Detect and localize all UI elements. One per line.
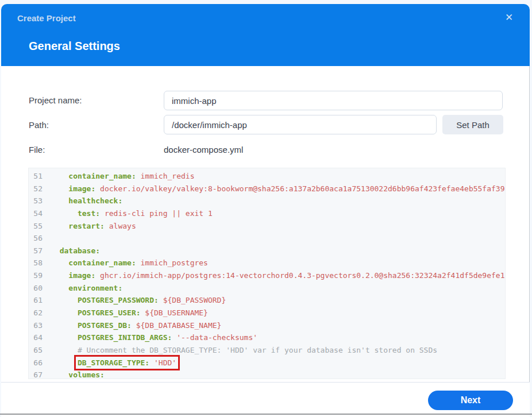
project-name-label: Project name: [29,95,82,105]
code-line: 52 image: docker.io/valkey/valkey:8-book… [29,183,505,195]
code-text: container_name: immich_postgres [51,257,208,269]
file-value: docker-compose.yml [164,145,243,155]
dialog-right-border [529,66,530,410]
code-text: healthcheck: [51,195,122,207]
code-text: container_name: immich_redis [51,170,194,183]
code-line: 62 POSTGRES_USER: ${DB_USERNAME} [29,307,505,319]
code-text: database: [51,245,100,257]
project-name-input[interactable] [164,91,503,110]
line-number: 55 [29,220,51,233]
code-line: 55 restart: always [29,220,505,233]
code-line: 57 database: [29,245,505,257]
code-text: test: redis-cli ping || exit 1 [51,207,213,220]
code-line: 59 image: ghcr.io/immich-app/postgres:14… [29,269,505,282]
section-title: General Settings [29,40,120,53]
code-line: 64 POSTGRES_INITDB_ARGS: '--data-checksu… [29,331,505,344]
line-number: 62 [29,307,51,319]
code-editor[interactable]: 51 container_name: immich_redis52 image:… [28,168,506,379]
code-text: image: docker.io/valkey/valkey:8-bookwor… [51,183,506,195]
code-line: 61 POSTGRES_PASSWORD: ${DB_PASSWORD} [29,294,505,307]
line-number: 52 [29,183,51,195]
code-text: volumes: [51,369,105,379]
create-project-dialog: Create Project ✕ General Settings Projec… [1,4,530,417]
path-label: Path: [29,120,49,130]
code-text: DB_STORAGE_TYPE: 'HDD' [51,357,176,369]
window-bottom-edge [0,414,532,415]
path-input[interactable] [164,115,437,134]
code-line: 63 POSTGRES_DB: ${DB_DATABASE_NAME} [29,319,505,332]
dialog-header: Create Project ✕ General Settings [1,4,530,66]
line-number: 65 [29,344,51,357]
line-number: 67 [29,369,51,379]
code-text: image: ghcr.io/immich-app/postgres:14-ve… [51,269,506,282]
line-number: 51 [29,170,51,183]
line-number: 59 [29,269,51,282]
close-icon[interactable]: ✕ [502,11,516,25]
code-text: environment: [51,282,122,295]
set-path-button[interactable]: Set Path [442,115,503,134]
code-line: 60 environment: [29,282,505,295]
line-number: 53 [29,195,51,207]
code-line: 54 test: redis-cli ping || exit 1 [29,207,505,220]
code-line: 58 container_name: immich_postgres [29,257,505,269]
line-number: 57 [29,245,51,257]
line-number: 56 [29,232,51,245]
code-text: # Uncomment the DB_STORAGE_TYPE: 'HDD' v… [51,344,437,357]
dialog-footer: Next [1,382,530,414]
code-line: 67 volumes: [29,369,505,379]
line-number: 58 [29,257,51,269]
code-line: 53 healthcheck: [29,195,505,207]
next-button[interactable]: Next [428,391,513,410]
file-label: File: [29,145,45,155]
code-line: 56 [29,232,505,245]
screen: Create Project ✕ General Settings Projec… [0,0,532,417]
dialog-title: Create Project [17,13,76,23]
code-line: 51 container_name: immich_redis [29,170,505,183]
code-line: 66 DB_STORAGE_TYPE: 'HDD' [29,357,505,369]
code-text: restart: always [51,220,136,233]
line-number: 63 [29,319,51,332]
code-text: POSTGRES_DB: ${DB_DATABASE_NAME} [51,319,221,332]
code-text: POSTGRES_USER: ${DB_USERNAME} [51,307,208,319]
line-number: 54 [29,207,51,220]
line-number: 64 [29,331,51,344]
line-number: 61 [29,294,51,307]
code-text: POSTGRES_PASSWORD: ${DB_PASSWORD} [51,294,226,307]
code-line: 65 # Uncomment the DB_STORAGE_TYPE: 'HDD… [29,344,505,357]
line-number: 66 [29,357,51,369]
line-number: 60 [29,282,51,295]
highlight-box: DB_STORAGE_TYPE: 'HDD' [78,358,176,367]
code-text: POSTGRES_INITDB_ARGS: '--data-checksums' [51,331,257,344]
